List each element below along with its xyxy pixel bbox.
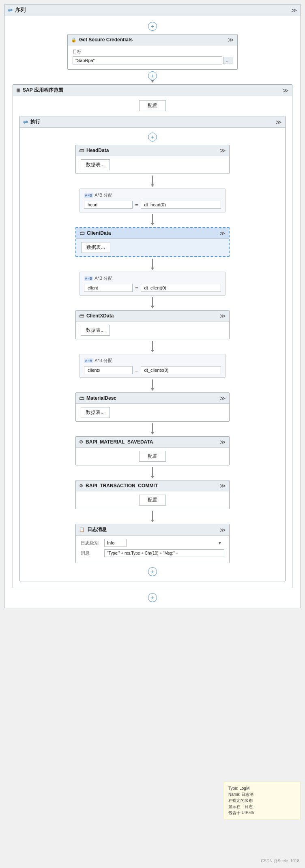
bapi-save-icon: ⚙ [79, 439, 83, 445]
add-exec-bottom[interactable]: + [148, 567, 157, 576]
materialdesc-collapse[interactable]: ≫ [220, 395, 226, 401]
add-exec-top[interactable]: + [148, 133, 157, 141]
sap-scope-body: 配置 ⇌ 执行 ≫ + [13, 96, 292, 588]
csdn-watermark: CSDN @Seele_1018 [259, 857, 301, 865]
client-assign-right: dt_client(0) [141, 284, 221, 292]
head-data-body: 数据表... [76, 156, 229, 174]
log-message-header: 📋 日志消息 ≫ [76, 524, 229, 536]
add-activity-top[interactable]: + [148, 22, 157, 31]
bapi-savedata-body: 配置 [76, 448, 229, 465]
get-secure-body: 目标 ... [68, 45, 237, 69]
head-assign-header: A=B A*B 分配 [84, 192, 221, 198]
log-level-select[interactable]: Trace Debug Info Warning Error Critical … [104, 539, 127, 547]
connector-1: + [148, 71, 157, 83]
head-assign-ab-icon: A=B [84, 193, 93, 198]
client-assign-eq: = [135, 285, 138, 291]
client-data-block: 🗃 ClientData ≫ 数据表... [75, 227, 230, 257]
execution-header: ⇌ 执行 ≫ [20, 116, 285, 128]
clientx-assign-eq: = [135, 367, 138, 373]
material-desc-title: 🗃 MaterialDesc [79, 395, 116, 401]
target-input[interactable] [73, 56, 222, 64]
bapi-commit-header: ⚙ BAPI_TRANSACTION_COMMIT ≫ [76, 480, 229, 491]
log-message-block: 📋 日志消息 ≫ 日志级别 [75, 524, 230, 563]
clientx-data-body: 数据表... [76, 321, 229, 339]
tooltip-line3: 在指定的级别 [228, 797, 296, 804]
execution-title: ⇌ 执行 [23, 118, 40, 125]
head-assign-right: dt_head(0) [141, 201, 221, 209]
connector-log [151, 511, 154, 522]
client-data-header: 🗃 ClientData ≫ [76, 228, 229, 239]
materialdesc-icon: 🗃 [79, 395, 84, 401]
client-assign-header: A=B A*B 分配 [84, 275, 221, 281]
material-desc-body: 数据表... [76, 404, 229, 421]
sequence-container: ⇌ 序列 ≫ + 🔒 Get Secure Credentials ≫ [4, 4, 301, 608]
connector-material-desc [151, 379, 154, 391]
head-assign-eq: = [135, 202, 138, 208]
exec-collapse[interactable]: ≫ [276, 119, 282, 125]
log-level-row: 日志级别 Trace Debug Info Warning Error [81, 539, 224, 547]
log-level-select-wrapper: Trace Debug Info Warning Error Critical … [104, 539, 224, 547]
add-bottom[interactable]: + [148, 593, 157, 602]
materialdesc-btn[interactable]: 数据表... [81, 407, 110, 418]
get-secure-credentials-block: 🔒 Get Secure Credentials ≫ 目标 ... [67, 34, 238, 70]
clientx-assign-block: A=B A*B 分配 clientx = dt_clientx(0) [79, 354, 226, 378]
clientdata-collapse[interactable]: ≫ [219, 230, 226, 236]
material-desc-header: 🗃 MaterialDesc ≫ [76, 393, 229, 404]
watermark-text: CSDN @Seele_1018 [261, 859, 299, 863]
head-data-header: 🗃 HeadData ≫ [76, 145, 229, 156]
head-assign-left: head [84, 201, 133, 209]
connector-client-data [151, 214, 154, 225]
clientx-data-title: 🗃 ClientXData [79, 313, 114, 319]
tooltip-line1: Type: LogM [228, 785, 296, 791]
bapi-savedata-block: ⚙ BAPI_MATERIAL_SAVEDATA ≫ 配置 [75, 436, 230, 465]
tooltip-box: Type: LogM Name: 日志消 在指定的级别 显示在「日志」 包含于 … [224, 782, 301, 819]
bapi-savedata-config-btn[interactable]: 配置 [139, 451, 166, 462]
client-assign-ab-icon: A=B [84, 276, 93, 281]
log-collapse[interactable]: ≫ [220, 527, 226, 533]
bapi-savedata-header: ⚙ BAPI_MATERIAL_SAVEDATA ≫ [76, 437, 229, 448]
bapi-savedata-title: ⚙ BAPI_MATERIAL_SAVEDATA [79, 439, 153, 445]
log-message-input[interactable] [104, 549, 224, 557]
clientdata-btn[interactable]: 数据表... [81, 242, 110, 253]
headdata-collapse[interactable]: ≫ [220, 147, 226, 154]
bapi-savedata-collapse[interactable]: ≫ [220, 439, 226, 445]
get-secure-credentials-title: 🔒 Get Secure Credentials [71, 37, 133, 43]
clientx-assign-right: dt_clientx(0) [141, 366, 221, 374]
clientdata-icon: 🗃 [79, 230, 84, 236]
tooltip-line2: Name: 日志消 [228, 791, 296, 797]
client-assign-left: client [84, 284, 133, 292]
execution-container: ⇌ 执行 ≫ + 🗃 [19, 116, 286, 581]
connector-bapi-commit [151, 467, 154, 478]
sequence-body: + 🔒 Get Secure Credentials ≫ 目标 [4, 16, 301, 608]
get-secure-collapse[interactable]: ≫ [228, 36, 234, 43]
exec-icon: ⇌ [23, 119, 28, 125]
clientxdata-btn[interactable]: 数据表... [81, 325, 110, 336]
bapi-commit-title: ⚙ BAPI_TRANSACTION_COMMIT [79, 483, 158, 489]
sap-config-btn[interactable]: 配置 [139, 100, 166, 111]
connector-clientx-assign [151, 341, 154, 352]
sap-scope-title: ▣ SAP 应用程序范围 [16, 87, 63, 94]
head-assign-row: head = dt_head(0) [84, 201, 221, 209]
sequence-collapse-btn[interactable]: ≫ [291, 7, 297, 13]
target-browse-btn[interactable]: ... [223, 57, 232, 64]
client-data-body: 数据表... [76, 239, 229, 256]
headdata-btn[interactable]: 数据表... [81, 159, 110, 170]
add-between-1[interactable]: + [148, 71, 157, 80]
bapi-commit-config-btn[interactable]: 配置 [139, 495, 166, 506]
material-desc-block: 🗃 MaterialDesc ≫ 数据表... [75, 392, 230, 422]
tooltip-line4: 显示在「日志」 [228, 804, 296, 810]
bapi-commit-collapse[interactable]: ≫ [220, 482, 226, 489]
clientxdata-collapse[interactable]: ≫ [220, 313, 226, 319]
bapi-commit-icon: ⚙ [79, 483, 83, 489]
sap-collapse[interactable]: ≫ [283, 87, 289, 94]
execution-body: + 🗃 HeadData ≫ [20, 128, 285, 581]
clientx-data-block: 🗃 ClientXData ≫ 数据表... [75, 310, 230, 339]
clientx-data-header: 🗃 ClientXData ≫ [76, 311, 229, 321]
sequence-header: ⇌ 序列 ≫ [4, 4, 301, 16]
target-row: 目标 [73, 49, 232, 55]
sap-scope-container: ▣ SAP 应用程序范围 ≫ 配置 ⇌ 执行 ≫ [13, 84, 292, 588]
client-assign-row: client = dt_client(0) [84, 284, 221, 292]
connector-head-assign [151, 176, 154, 187]
headdata-icon: 🗃 [79, 148, 84, 153]
bapi-commit-block: ⚙ BAPI_TRANSACTION_COMMIT ≫ 配置 [75, 480, 230, 509]
